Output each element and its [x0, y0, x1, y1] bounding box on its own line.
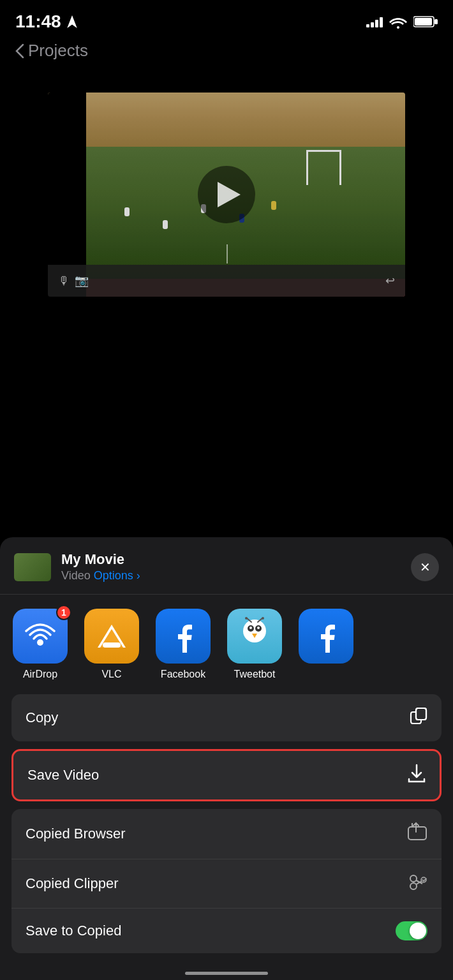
time-display: 11:48	[15, 11, 61, 32]
save-video-icon	[408, 764, 426, 787]
status-bar: 11:48	[0, 0, 453, 34]
facebook-label: Facebook	[161, 669, 205, 680]
app-icon-tweetbot[interactable]: Tweetbot	[226, 609, 283, 680]
save-video-row-container: Save Video	[11, 749, 442, 801]
timeline-playhead	[226, 244, 228, 264]
app-icon-facebook[interactable]: Facebook	[154, 609, 212, 680]
svg-rect-18	[416, 708, 426, 720]
video-area: 🎙 📷 ↩	[0, 67, 453, 322]
svg-point-11	[257, 627, 260, 629]
svg-point-23	[410, 883, 417, 889]
photo-icon: 📷	[75, 274, 89, 288]
save-video-row[interactable]: Save Video	[13, 751, 440, 799]
share-sheet: My Movie Video Options › ✕	[0, 537, 453, 980]
save-video-label: Save Video	[27, 767, 99, 783]
facebook-icon	[156, 609, 211, 664]
status-icons	[366, 15, 438, 29]
svg-point-16	[262, 617, 264, 620]
svg-rect-1	[434, 19, 438, 24]
wifi-icon	[389, 15, 407, 29]
movie-header: My Movie Video Options › ✕	[0, 537, 453, 595]
tweetbot-icon	[227, 609, 282, 664]
options-chevron-icon: ›	[137, 569, 140, 582]
movie-info: My Movie Video Options ›	[61, 551, 401, 583]
copied-browser-row[interactable]: Copied Browser	[11, 809, 442, 859]
copy-icon	[410, 707, 427, 729]
copy-row[interactable]: Copy	[11, 694, 442, 741]
play-triangle-icon	[218, 182, 241, 207]
signal-strength-icon	[366, 16, 383, 27]
app-icon-vlc[interactable]: VLC	[83, 609, 140, 680]
copied-clipper-row[interactable]: Copied Clipper	[11, 859, 442, 909]
other-icon	[299, 609, 353, 664]
video-frame: 🎙 📷 ↩	[48, 93, 405, 297]
copy-action-row-container: Copy	[11, 694, 442, 741]
vlc-label: VLC	[101, 669, 121, 680]
close-button[interactable]: ✕	[411, 553, 439, 581]
back-button[interactable]: Projects	[15, 41, 88, 61]
copied-clipper-label: Copied Clipper	[26, 875, 119, 892]
copied-browser-label: Copied Browser	[26, 826, 126, 842]
save-to-copied-toggle[interactable]	[396, 921, 427, 940]
actions2-container: Copied Browser Copied Clipper	[11, 809, 442, 953]
location-icon	[66, 15, 78, 28]
svg-point-10	[249, 627, 252, 629]
svg-point-22	[410, 875, 417, 882]
airdrop-badge: 1	[56, 605, 71, 620]
copied-browser-icon	[407, 822, 427, 846]
copied-clipper-icon	[407, 872, 427, 895]
options-link[interactable]: Options	[94, 569, 133, 582]
airdrop-label: AirDrop	[23, 669, 57, 680]
svg-point-14	[245, 617, 248, 620]
movie-thumbnail	[14, 553, 51, 581]
svg-rect-20	[408, 827, 426, 840]
svg-point-7	[243, 620, 266, 642]
movie-title: My Movie	[61, 551, 401, 568]
status-time: 11:48	[15, 11, 78, 32]
tweetbot-label: Tweetbot	[234, 669, 276, 680]
movie-subtitle: Video Options ›	[61, 569, 401, 583]
app-icon-airdrop[interactable]: 1 AirDrop	[11, 609, 69, 680]
undo-icon: ↩	[385, 274, 395, 288]
svg-rect-6	[103, 642, 121, 648]
battery-icon	[413, 15, 438, 28]
timeline-bar[interactable]: 🎙 📷 ↩	[48, 265, 405, 297]
app-icons-row: 1 AirDrop VLC	[0, 595, 453, 687]
copy-label: Copy	[26, 709, 58, 726]
svg-point-3	[37, 639, 43, 646]
camera-icon: 🎙	[58, 274, 70, 288]
nav-bar: Projects	[0, 34, 453, 67]
home-indicator	[185, 972, 268, 975]
svg-rect-2	[415, 18, 432, 26]
close-icon: ✕	[420, 561, 431, 574]
play-button[interactable]	[198, 166, 255, 223]
save-to-copied-label: Save to Copied	[26, 923, 121, 939]
save-to-copied-row[interactable]: Save to Copied	[11, 909, 442, 953]
vlc-icon	[84, 609, 139, 664]
app-icon-other[interactable]	[297, 609, 355, 680]
back-label: Projects	[28, 41, 88, 61]
